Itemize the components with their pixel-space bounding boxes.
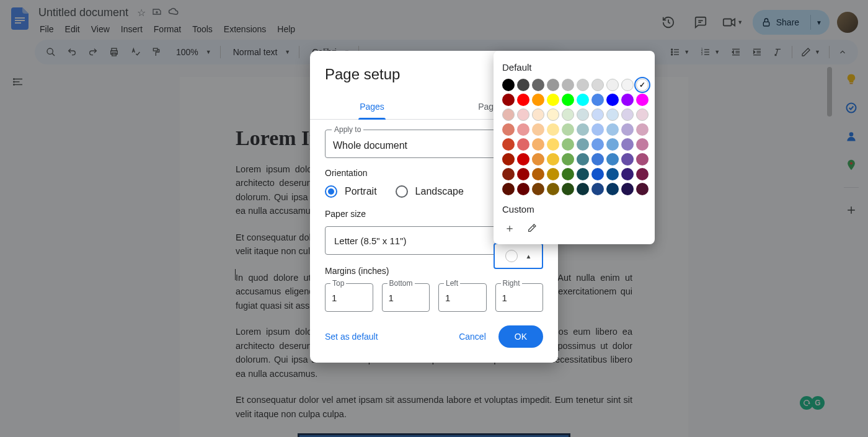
chevron-up-icon: ▲	[526, 253, 532, 260]
color-swatch[interactable]	[517, 123, 529, 136]
color-swatch[interactable]	[517, 168, 529, 180]
color-swatch[interactable]	[621, 168, 634, 180]
color-swatch[interactable]	[532, 79, 544, 91]
color-swatch[interactable]	[591, 123, 604, 136]
color-swatch[interactable]	[532, 108, 544, 121]
color-swatch[interactable]	[517, 183, 529, 195]
color-swatch[interactable]	[606, 123, 619, 136]
color-swatch[interactable]	[517, 138, 529, 151]
color-swatch[interactable]	[577, 123, 589, 136]
color-swatch[interactable]	[502, 123, 515, 136]
margin-bottom-input[interactable]: Bottom 1	[382, 283, 430, 312]
color-swatch[interactable]	[562, 79, 574, 91]
color-picker-popover: Default Custom ＋	[494, 51, 655, 244]
color-swatch[interactable]	[577, 168, 589, 180]
cancel-button[interactable]: Cancel	[459, 332, 486, 342]
color-swatch[interactable]	[547, 79, 559, 91]
margin-right-input[interactable]: Right 1	[495, 283, 544, 312]
color-swatch[interactable]	[562, 94, 574, 106]
ok-button[interactable]: OK	[498, 325, 543, 348]
apply-to-label: Apply to	[332, 125, 363, 134]
current-color-swatch	[505, 250, 518, 262]
color-swatch[interactable]	[517, 108, 529, 121]
color-swatch[interactable]	[502, 138, 515, 151]
tab-pages[interactable]: Pages	[310, 95, 434, 119]
color-swatch[interactable]	[636, 108, 649, 121]
color-swatch[interactable]	[591, 94, 604, 106]
color-swatch[interactable]	[636, 183, 649, 195]
color-swatch[interactable]	[606, 183, 619, 195]
color-swatch[interactable]	[577, 138, 589, 151]
color-swatch[interactable]	[502, 168, 515, 180]
eyedropper-icon[interactable]	[525, 221, 539, 236]
color-swatch[interactable]	[532, 94, 544, 106]
color-swatch[interactable]	[591, 153, 604, 166]
set-as-default-button[interactable]: Set as default	[325, 332, 378, 342]
color-swatch[interactable]	[577, 183, 589, 195]
color-swatch[interactable]	[621, 108, 634, 121]
color-swatch[interactable]	[502, 94, 515, 106]
color-swatch[interactable]	[621, 123, 634, 136]
color-swatch[interactable]	[532, 153, 544, 166]
color-swatch[interactable]	[547, 108, 559, 121]
color-swatch[interactable]	[502, 153, 515, 166]
color-swatch[interactable]	[621, 138, 634, 151]
color-swatch[interactable]	[636, 94, 649, 106]
margin-left-input[interactable]: Left 1	[438, 283, 487, 312]
color-swatch[interactable]	[562, 153, 574, 166]
color-swatch[interactable]	[577, 79, 589, 91]
color-swatch[interactable]	[547, 153, 559, 166]
color-swatch[interactable]	[591, 168, 604, 180]
color-swatch[interactable]	[547, 94, 559, 106]
color-swatch[interactable]	[606, 153, 619, 166]
color-swatch[interactable]	[517, 94, 529, 106]
color-swatch[interactable]	[547, 123, 559, 136]
color-swatch[interactable]	[502, 183, 515, 195]
page-color-button[interactable]: ▲	[494, 243, 543, 269]
color-swatch[interactable]	[636, 79, 649, 91]
color-swatch[interactable]	[517, 153, 529, 166]
color-swatch[interactable]	[591, 138, 604, 151]
orientation-landscape-radio[interactable]: Landscape	[396, 185, 464, 198]
color-swatch[interactable]	[562, 108, 574, 121]
color-swatch[interactable]	[591, 108, 604, 121]
color-swatch[interactable]	[547, 168, 559, 180]
color-swatch[interactable]	[562, 123, 574, 136]
color-swatch[interactable]	[636, 138, 649, 151]
color-swatch[interactable]	[562, 168, 574, 180]
paper-size-value: Letter (8.5" x 11")	[334, 236, 407, 246]
color-swatch[interactable]	[562, 138, 574, 151]
color-swatch[interactable]	[562, 183, 574, 195]
orientation-portrait-radio[interactable]: Portrait	[325, 185, 377, 198]
color-swatch[interactable]	[606, 108, 619, 121]
color-swatch[interactable]	[621, 79, 634, 91]
apply-to-value: Whole document	[333, 140, 407, 151]
color-swatch[interactable]	[591, 79, 604, 91]
color-swatch[interactable]	[547, 138, 559, 151]
color-swatch[interactable]	[547, 183, 559, 195]
color-swatch[interactable]	[577, 94, 589, 106]
color-swatch[interactable]	[517, 79, 529, 91]
color-swatch[interactable]	[621, 183, 634, 195]
color-swatch[interactable]	[636, 123, 649, 136]
color-swatch[interactable]	[606, 79, 619, 91]
color-swatch[interactable]	[502, 79, 515, 91]
color-swatch[interactable]	[621, 153, 634, 166]
margin-top-input[interactable]: Top 1	[325, 283, 373, 312]
color-swatch[interactable]	[621, 94, 634, 106]
color-swatch[interactable]	[532, 123, 544, 136]
color-swatch[interactable]	[532, 183, 544, 195]
color-swatch[interactable]	[591, 183, 604, 195]
color-swatch[interactable]	[606, 94, 619, 106]
color-swatch[interactable]	[532, 168, 544, 180]
add-custom-color-icon[interactable]: ＋	[502, 221, 517, 236]
color-swatch[interactable]	[532, 138, 544, 151]
color-swatch[interactable]	[502, 108, 515, 121]
color-swatch[interactable]	[577, 153, 589, 166]
color-swatch[interactable]	[606, 168, 619, 180]
color-swatch[interactable]	[636, 168, 649, 180]
landscape-label: Landscape	[415, 186, 464, 197]
color-swatch[interactable]	[636, 153, 649, 166]
color-swatch[interactable]	[577, 108, 589, 121]
color-swatch[interactable]	[606, 138, 619, 151]
